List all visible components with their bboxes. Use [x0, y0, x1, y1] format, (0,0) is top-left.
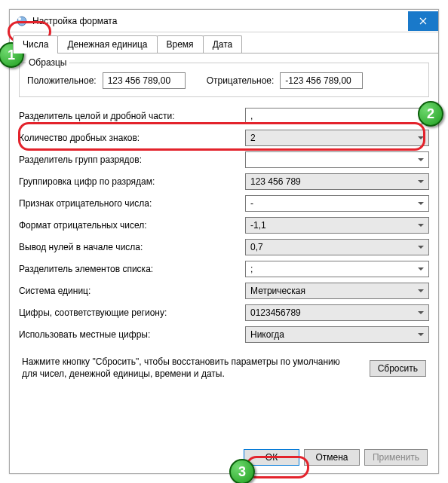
cancel-button[interactable]: Отмена [304, 449, 360, 466]
label-neg-format: Формат отрицательных чисел: [19, 220, 238, 231]
tab-numbers[interactable]: Числа [13, 35, 58, 53]
input-decimal-sep[interactable] [250, 111, 413, 121]
reset-area: Нажмите кнопку "Сбросить", чтобы восстан… [22, 356, 426, 380]
combo-leading-zero[interactable]: 0,7 [245, 239, 429, 255]
combo-measure-sys[interactable]: Метрическая [245, 283, 429, 299]
row-measure-sys: Система единиц: Метрическая [19, 283, 429, 299]
row-decimal-digits: Количество дробных знаков: 2 [19, 130, 429, 146]
dialog-window: Настройка формата Числа Денежная единица… [9, 9, 439, 474]
row-list-sep: Разделитель элементов списка: [19, 261, 429, 277]
tab-currency[interactable]: Денежная единица [57, 35, 157, 53]
row-grouping: Группировка цифр по разрядам: 123 456 78… [19, 173, 429, 190]
positive-label: Положительное: [27, 75, 97, 86]
samples-legend: Образцы [26, 57, 69, 68]
settings-list: Разделитель целой и дробной части: Колич… [19, 108, 429, 343]
negative-value: -123 456 789,00 [280, 72, 363, 89]
label-decimal-digits: Количество дробных знаков: [19, 133, 238, 143]
row-decimal-sep: Разделитель целой и дробной части: [19, 108, 429, 124]
close-button[interactable] [408, 11, 438, 31]
app-icon [16, 15, 28, 27]
label-neg-sign: Признак отрицательного числа: [19, 198, 238, 209]
label-measure-sys: Система единиц: [19, 286, 238, 296]
row-neg-sign: Признак отрицательного числа: [19, 195, 429, 212]
label-list-sep: Разделитель элементов списка: [19, 264, 238, 274]
label-native-digits: Цифры, соответствующие региону: [19, 307, 238, 318]
footer: ОК Отмена Применить [244, 449, 428, 466]
combo-list-sep[interactable] [245, 261, 429, 277]
ok-button[interactable]: ОК [244, 449, 299, 466]
samples-row: Положительное: 123 456 789,00 Отрицатель… [27, 72, 421, 89]
row-neg-format: Формат отрицательных чисел: -1,1 [19, 217, 429, 234]
combo-grouping[interactable]: 123 456 789 [245, 173, 429, 190]
combo-neg-format[interactable]: -1,1 [245, 217, 429, 234]
tab-panel: Образцы Положительное: 123 456 789,00 От… [10, 53, 438, 389]
input-neg-sign[interactable] [250, 198, 413, 209]
combo-use-native[interactable]: Никогда [245, 326, 429, 343]
reset-button[interactable]: Сбросить [370, 360, 426, 377]
svg-point-1 [18, 17, 21, 20]
titlebar: Настройка формата [10, 10, 438, 32]
row-use-native: Использовать местные цифры: Никогда [19, 326, 429, 343]
input-list-sep[interactable] [250, 264, 413, 274]
tab-bar: Числа Денежная единица Время Дата [10, 32, 438, 53]
label-group-sep: Разделитель групп разрядов: [19, 154, 238, 165]
tab-time[interactable]: Время [157, 35, 204, 53]
reset-text: Нажмите кнопку "Сбросить", чтобы восстан… [22, 356, 357, 380]
window-title: Настройка формата [32, 16, 408, 26]
label-grouping: Группировка цифр по разрядам: [19, 176, 238, 187]
tab-date[interactable]: Дата [203, 35, 243, 53]
row-native-digits: Цифры, соответствующие региону: 01234567… [19, 304, 429, 321]
samples-fieldset: Образцы Положительное: 123 456 789,00 От… [19, 63, 429, 97]
combo-native-digits[interactable]: 0123456789 [245, 304, 429, 321]
label-use-native: Использовать местные цифры: [19, 329, 238, 340]
row-group-sep: Разделитель групп разрядов: [19, 151, 429, 168]
label-leading-zero: Вывод нулей в начале числа: [19, 242, 238, 252]
content: Числа Денежная единица Время Дата Образц… [10, 32, 438, 389]
negative-label: Отрицательное: [207, 75, 275, 86]
apply-button[interactable]: Применить [364, 449, 428, 466]
positive-value: 123 456 789,00 [103, 72, 186, 89]
combo-neg-sign[interactable] [245, 195, 429, 212]
label-decimal-sep: Разделитель целой и дробной части: [19, 111, 238, 121]
combo-decimal-sep[interactable] [245, 108, 429, 124]
combo-decimal-digits[interactable]: 2 [245, 130, 429, 146]
row-leading-zero: Вывод нулей в начале числа: 0,7 [19, 239, 429, 255]
input-group-sep[interactable] [250, 154, 413, 165]
combo-group-sep[interactable] [245, 151, 429, 168]
